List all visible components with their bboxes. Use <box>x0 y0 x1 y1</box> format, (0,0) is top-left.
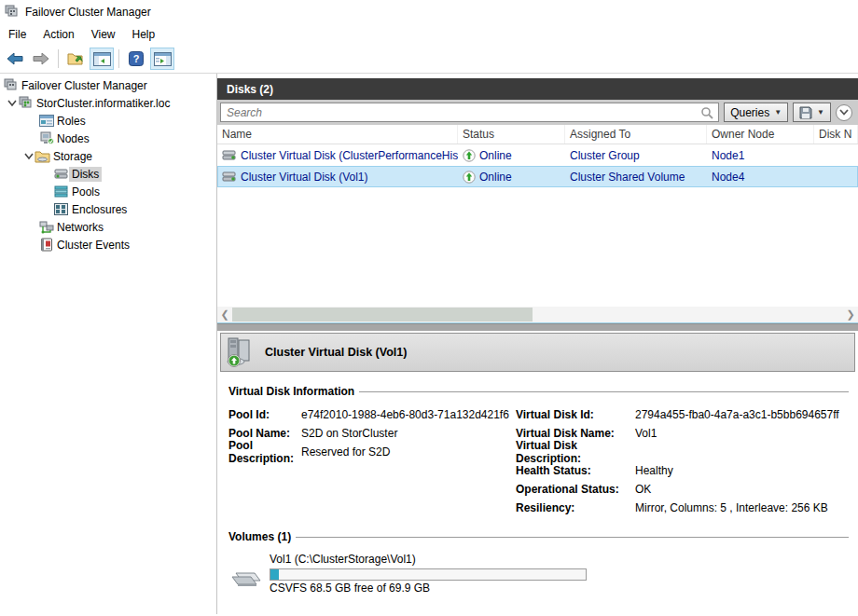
table-row[interactable]: Cluster Virtual Disk (ClusterPerformance… <box>217 144 858 166</box>
tree-item-label: Pools <box>69 185 103 199</box>
column-header-owner-node[interactable]: Owner Node <box>707 125 814 144</box>
volume-drive-icon <box>230 566 262 595</box>
table-row[interactable]: Cluster Virtual Disk (Vol1) Online Clust… <box>217 166 858 187</box>
chevron-down-icon <box>839 109 849 116</box>
field-label: Health Status: <box>516 464 635 477</box>
virtual-disk-information-section: Virtual Disk Information <box>228 385 849 398</box>
tree-item-label: Networks <box>54 220 106 235</box>
field-label: Pool Description: <box>228 439 301 465</box>
export-list-button[interactable] <box>63 48 88 70</box>
section-label: Virtual Disk Information <box>228 385 354 398</box>
tree-item-nodes[interactable]: Nodes <box>0 130 216 147</box>
chevron-expanded-icon[interactable] <box>7 99 18 107</box>
forward-button[interactable] <box>29 48 53 70</box>
scroll-left-icon[interactable]: ❮ <box>217 307 232 322</box>
field-value: Reserved for S2D <box>301 445 390 459</box>
menu-action[interactable]: Action <box>35 26 82 43</box>
details-title: Cluster Virtual Disk (Vol1) <box>265 346 407 359</box>
column-header-disk-number[interactable]: Disk N <box>814 125 858 144</box>
tree-item-failover-cluster-manager[interactable]: Failover Cluster Manager <box>0 76 216 94</box>
export-icon <box>67 51 84 66</box>
app-icon <box>5 5 20 20</box>
search-input[interactable] <box>221 106 700 119</box>
disk-name: Cluster Virtual Disk (Vol1) <box>241 171 368 184</box>
field-label: Pool Name: <box>228 427 301 440</box>
queries-button[interactable]: Queries ▼ <box>724 103 788 122</box>
menu-view[interactable]: View <box>83 26 124 43</box>
tree-item-enclosures[interactable]: Enclosures <box>0 200 216 218</box>
disk-number <box>814 166 858 187</box>
cluster-icon <box>18 96 34 111</box>
chevron-down-icon: ▼ <box>774 108 782 116</box>
menu-help[interactable]: Help <box>124 26 164 43</box>
volume-usage-caption: CSVFS 68.5 GB free of 69.9 GB <box>270 582 587 595</box>
field-value: S2D on StorCluster <box>301 427 397 440</box>
details-header: Cluster Virtual Disk (Vol1) <box>220 333 855 372</box>
title-bar: Failover Cluster Manager <box>0 0 858 24</box>
help-button[interactable]: ? <box>124 48 148 70</box>
field-value: Mirror, Columns: 5 , Interleave: 256 KB <box>635 501 828 514</box>
disks-list: Name Status Assigned To Owner Node Disk … <box>217 125 858 323</box>
owner-node: Node1 <box>707 144 814 166</box>
expand-filter-button[interactable] <box>836 104 852 121</box>
virtual-disk-icon <box>222 171 237 183</box>
volume-entry[interactable]: Vol1 (C:\ClusterStorage\Vol1) CSVFS 68.5… <box>230 553 858 595</box>
scrollbar-thumb[interactable] <box>232 308 533 322</box>
menu-file[interactable]: File <box>0 26 35 43</box>
search-box <box>220 103 719 122</box>
pane-title-text: Disks (2) <box>227 83 273 96</box>
field-value: e74f2010-1988-4eb6-80d3-71a132d421f6 <box>301 408 509 421</box>
svg-text:?: ? <box>133 53 140 64</box>
chevron-expanded-icon[interactable] <box>23 152 35 160</box>
back-button[interactable] <box>3 48 27 70</box>
column-header-name[interactable]: Name <box>217 125 458 144</box>
field-value: Healthy <box>635 464 673 477</box>
column-header-status[interactable]: Status <box>458 125 565 144</box>
details-pane: Cluster Virtual Disk (Vol1) Virtual Disk… <box>217 331 858 614</box>
tree-item-networks[interactable]: Networks <box>0 218 216 236</box>
disk-number <box>814 144 858 166</box>
section-rule <box>359 391 849 392</box>
field-value: 2794a455-fba0-4a7a-a3c1-b5bb694657ff <box>635 408 839 421</box>
status-text: Online <box>479 171 512 184</box>
help-icon: ? <box>129 51 144 66</box>
list-header: Name Status Assigned To Owner Node Disk … <box>217 125 858 144</box>
tree-item-label: Cluster Events <box>54 238 132 253</box>
tree-item-disks[interactable]: Disks <box>0 165 216 183</box>
tree-item-label: Disks <box>69 167 102 182</box>
search-icon <box>700 106 713 119</box>
volume-usage-bar <box>270 568 587 581</box>
tree-item-cluster-events[interactable]: Cluster Events <box>0 236 216 253</box>
field-value: OK <box>635 483 651 496</box>
cluster-virtual-disk-icon <box>225 336 256 368</box>
field-operational-status: Operational Status: OK <box>516 480 839 499</box>
pane-splitter[interactable] <box>217 323 858 331</box>
save-icon <box>799 106 812 119</box>
section-label: Volumes (1) <box>228 530 291 543</box>
save-query-button[interactable]: ▼ <box>793 103 831 122</box>
field-label: Pool Id: <box>228 408 301 421</box>
tree-item-label: Enclosures <box>69 202 130 217</box>
tree-item-label: Storage <box>50 149 95 164</box>
show-console-tree-button[interactable] <box>90 48 114 70</box>
nodes-icon <box>38 131 54 145</box>
tree-item-storage[interactable]: Storage <box>0 147 216 165</box>
status-online-icon <box>463 171 476 184</box>
tree-item-storcluster[interactable]: StorCluster.informatiker.loc <box>0 94 216 112</box>
show-action-pane-button[interactable] <box>150 48 174 70</box>
toolbar: ? <box>0 45 858 74</box>
section-rule <box>296 537 849 538</box>
scroll-right-icon[interactable]: ❯ <box>843 307 858 322</box>
tree-item-roles[interactable]: Roles <box>0 112 216 130</box>
horizontal-scrollbar[interactable]: ❮ ❯ <box>217 307 858 322</box>
column-header-assigned-to[interactable]: Assigned To <box>565 125 707 144</box>
field-pool-description: Pool Description: Reserved for S2D <box>228 443 516 461</box>
pools-icon <box>53 185 69 198</box>
tree-item-pools[interactable]: Pools <box>0 183 216 200</box>
field-virtual-disk-description: Virtual Disk Description: <box>516 443 839 461</box>
status-online-icon <box>463 149 476 162</box>
list-empty-area <box>217 187 858 307</box>
field-resiliency: Resiliency: Mirror, Columns: 5 , Interle… <box>516 499 839 517</box>
disk-icon <box>53 168 69 180</box>
disk-name: Cluster Virtual Disk (ClusterPerformance… <box>241 149 458 162</box>
